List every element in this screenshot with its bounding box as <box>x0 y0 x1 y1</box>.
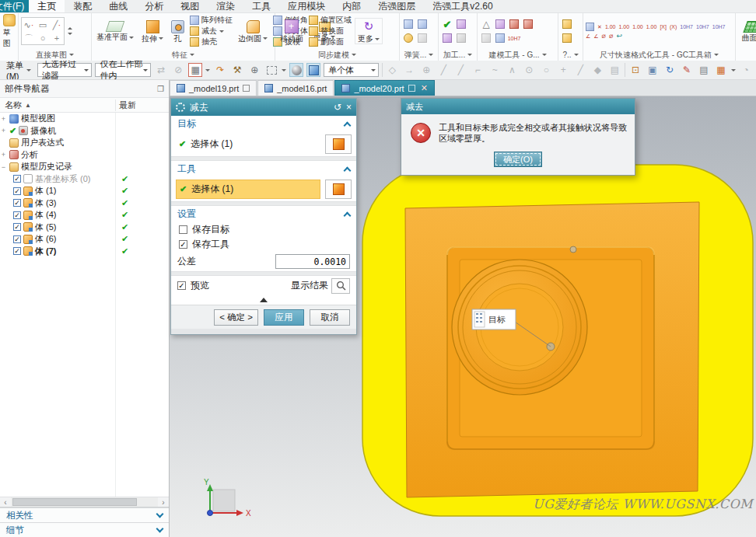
target-section-header[interactable]: 目标 <box>171 116 356 132</box>
snap-diamond-icon[interactable]: ◇ <box>385 63 399 77</box>
pattern-feature-button[interactable]: 阵列特征 <box>190 16 233 26</box>
measure-icon[interactable] <box>495 33 505 43</box>
row-checkbox[interactable] <box>13 211 21 219</box>
snap-circle-icon[interactable]: ○ <box>539 63 553 77</box>
extrude-button[interactable]: 拉伸 <box>139 19 166 44</box>
dropdown-caret[interactable] <box>542 54 547 56</box>
dropdown-caret[interactable] <box>352 54 356 56</box>
tree-row-body-3[interactable]: 体 (3)✔ <box>0 197 169 210</box>
selection-scope-combo[interactable]: 仅在工作部件内 <box>95 63 151 77</box>
doc-tab-model20[interactable]: _model20.prt ✕ <box>334 80 434 96</box>
sync-more-button[interactable]: ↻ 更多 <box>355 18 383 44</box>
save-tool-checkbox[interactable] <box>179 240 187 249</box>
dropdown-caret[interactable] <box>467 54 472 56</box>
snap-plus-icon[interactable]: + <box>556 63 570 77</box>
dropdown-caret[interactable] <box>714 54 719 56</box>
ok-button[interactable]: < 确定 > <box>214 309 258 326</box>
annotate-pencil-icon[interactable]: ✎ <box>680 63 694 77</box>
refresh-view-icon[interactable]: ↻ <box>663 63 677 77</box>
dim-x-icon[interactable]: ✕ <box>597 23 602 30</box>
row-checkbox[interactable] <box>13 223 21 231</box>
delete-face-button[interactable]: 删除面 <box>309 37 352 47</box>
sheets-icon[interactable]: ▤ <box>697 63 711 77</box>
shell-view-icon[interactable]: ◔ <box>739 63 753 77</box>
subtract-dialog[interactable]: 减去 ↺ × 目标 ✔ 选择体 (1) 工具 ✔ 选择体 (1) 设置 保存目标… <box>170 98 357 335</box>
move-face-button[interactable]: 移动面 <box>278 19 306 44</box>
fit-10h7-b-icon[interactable]: 10H7 <box>696 23 709 30</box>
swap-selection-icon[interactable]: ⇄ <box>154 63 168 77</box>
tree-row-body-7[interactable]: 体 (7)✔ <box>0 246 169 258</box>
diameter-icon[interactable]: ⌀ <box>602 33 606 40</box>
apply-button[interactable]: 应用 <box>264 309 304 326</box>
surface-button[interactable]: 曲面 <box>740 20 756 43</box>
point-icon[interactable]: + <box>54 34 59 42</box>
tree-row-datum-csys[interactable]: 基准坐标系 (0)✔ <box>0 173 169 186</box>
zoom-window-icon[interactable]: ⊡ <box>628 63 642 77</box>
fit-10h7-icon[interactable]: 10H7 <box>680 23 693 30</box>
snap-slash-icon[interactable]: ╱ <box>573 63 587 77</box>
solid-body-icon[interactable] <box>306 63 320 77</box>
reset-icon[interactable]: ↺ <box>334 102 341 113</box>
marquee-select-icon[interactable] <box>264 63 278 77</box>
tree-row-user-expressions[interactable]: 用户表达式 <box>0 137 169 149</box>
tree-row-model-views[interactable]: +模型视图 <box>0 113 169 125</box>
axis-tool-icon[interactable] <box>457 33 466 43</box>
snap-corner-icon[interactable]: ⌐ <box>471 63 485 77</box>
tree-row-analysis[interactable]: +分析 <box>0 149 169 162</box>
navigator-hscrollbar[interactable]: ‹ › <box>0 497 169 507</box>
save-target-checkbox-row[interactable]: 保存目标 <box>171 222 356 237</box>
save-target-checkbox[interactable] <box>179 225 187 234</box>
tree-row-body-5[interactable]: 体 (5)✔ <box>0 221 169 234</box>
deselect-icon[interactable]: ⊘ <box>171 63 185 77</box>
gears-icon[interactable] <box>523 19 533 29</box>
pin-icon[interactable] <box>408 85 415 92</box>
tree-row-body-1[interactable]: 体 (1)✔ <box>0 185 169 197</box>
settings-section-header[interactable]: 设置 <box>171 206 356 222</box>
tree-row-model-history[interactable]: −模型历史记录 <box>0 161 169 173</box>
column-header-status[interactable]: 最新 <box>115 99 169 111</box>
show-result-button[interactable] <box>331 278 350 294</box>
dim-tol2-icon[interactable]: 1.00 <box>619 23 630 30</box>
dim-tol4-icon[interactable]: 1.00 <box>646 23 657 30</box>
sketch-icon[interactable] <box>3 14 16 26</box>
row-checkbox[interactable] <box>13 247 21 255</box>
flower-icon[interactable] <box>457 19 466 29</box>
shell-button[interactable]: 抽壳 <box>190 37 233 47</box>
coin-icon[interactable] <box>404 33 413 43</box>
cube-stack-icon[interactable] <box>562 19 572 29</box>
edge-blend-button[interactable]: 边倒圆 <box>236 19 270 44</box>
brush-icon[interactable] <box>418 33 427 43</box>
dropdown-caret[interactable] <box>429 54 433 56</box>
offset-region-button[interactable]: 偏置区域 <box>309 16 352 26</box>
tab-curve[interactable]: 曲线 <box>100 0 136 12</box>
error-dialog[interactable]: 减去 ✕ 工具和目标未形成完全相交或者其接触状况将导致区域零壁厚。 确定(O) <box>401 98 635 176</box>
target-tag[interactable]: 目标 <box>472 309 516 330</box>
check-tool-icon[interactable]: ✔ <box>443 19 452 30</box>
snap-line2-icon[interactable]: ╱ <box>453 63 467 77</box>
fit-tolerance-icon[interactable]: 10H7 <box>508 35 521 42</box>
snap-tool-icon[interactable]: ⚒ <box>230 63 244 77</box>
snap-point-icon[interactable]: ⊕ <box>419 63 433 77</box>
preview-checkbox-row[interactable]: 预览 <box>177 279 209 292</box>
pin-icon[interactable] <box>243 85 250 92</box>
arc-icon[interactable]: ⌒ <box>25 34 33 42</box>
doc-tab-model19[interactable]: _model19.prt <box>170 80 257 96</box>
marquee-caret[interactable] <box>282 69 286 71</box>
screenshot-icon[interactable]: ▣ <box>646 63 660 77</box>
file-menu-tab[interactable]: 文件(F) <box>0 0 29 12</box>
snap-prism-icon[interactable]: ▤ <box>607 63 621 77</box>
layout-grid-icon[interactable]: ▦ <box>714 63 728 77</box>
tolerance-input[interactable] <box>275 254 350 269</box>
dropdown-caret[interactable] <box>69 54 74 56</box>
tab-render[interactable]: 渲染 <box>208 0 243 12</box>
filter-caret[interactable] <box>205 69 210 71</box>
subtract-dialog-titlebar[interactable]: 减去 ↺ × <box>171 99 356 116</box>
highlight-filter-icon[interactable]: ▦ <box>188 63 202 77</box>
note-icon[interactable] <box>481 33 491 43</box>
tab-internal[interactable]: 内部 <box>334 0 369 12</box>
palette-up-icon[interactable] <box>68 27 72 30</box>
sketch-curve-palette[interactable]: ∿· ▭ ╱· ⌒ ○ + <box>21 17 65 45</box>
dropdown-caret[interactable] <box>190 54 194 56</box>
palette-down-icon[interactable] <box>68 33 72 35</box>
dim-boxed-x-icon[interactable]: [X] <box>660 23 667 30</box>
